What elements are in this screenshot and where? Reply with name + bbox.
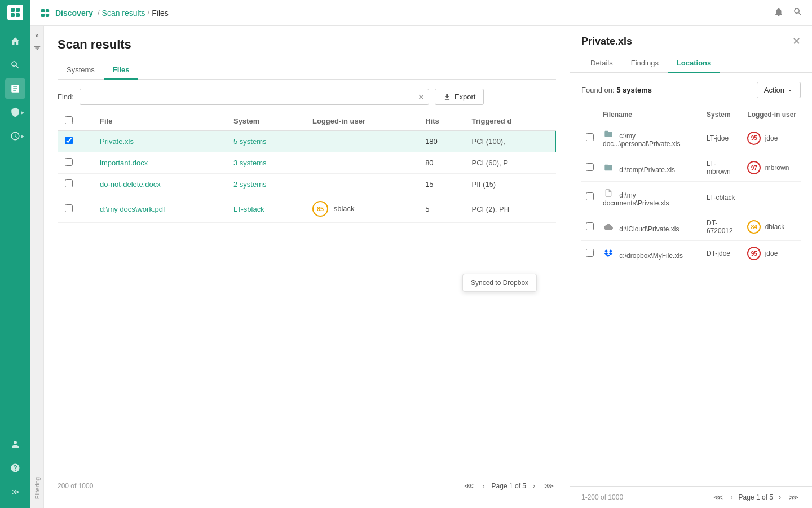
row-logged-user — [306, 152, 418, 174]
row-checkbox[interactable] — [65, 204, 73, 212]
loc-filename: c:\my doc...\personal\Private.xls — [603, 132, 680, 148]
loc-checkbox[interactable] — [586, 133, 594, 141]
found-on-text: Found on: 5 systems — [581, 86, 652, 94]
filter-button[interactable] — [33, 44, 41, 54]
loc-filename: d:\iCloud\Private.xls — [619, 225, 679, 233]
col-file[interactable]: File — [93, 112, 227, 131]
detail-page-last-button[interactable]: ⋙ — [787, 492, 801, 502]
loc-col-user: Logged-in user — [743, 107, 801, 122]
detail-tab-details[interactable]: Details — [581, 54, 622, 73]
page-last-button[interactable]: ⋙ — [542, 481, 556, 491]
sidebar-item-user[interactable] — [5, 434, 25, 454]
col-hits[interactable]: Hits — [418, 112, 465, 131]
sidebar-item-search[interactable] — [5, 55, 25, 75]
loc-system: DT-6720012 — [702, 213, 743, 241]
row-checkbox[interactable] — [65, 137, 73, 144]
row-hits: 180 — [418, 131, 465, 152]
detail-page-prev-button[interactable]: ‹ — [729, 492, 735, 502]
row-checkbox[interactable] — [65, 179, 73, 187]
location-row[interactable]: d:\iCloud\Private.xls DT-6720012 84 dbla… — [581, 213, 801, 241]
col-sort — [80, 112, 93, 131]
clock-chevron: ▶ — [21, 134, 24, 139]
col-logged-user[interactable]: Logged-in user — [306, 112, 418, 131]
detail-tab-findings[interactable]: Findings — [622, 54, 668, 73]
page-info: Page 1 of 5 — [492, 482, 526, 490]
file-link[interactable]: do-not-delete.docx — [100, 180, 161, 189]
files-table: File System Logged-in user Hits Triggere… — [58, 112, 556, 223]
found-on: Found on: 5 systems Action — [581, 82, 801, 98]
table-row[interactable]: do-not-delete.docx 2 systems 15 PII (15) — [58, 174, 556, 195]
row-system: 5 systems — [227, 131, 306, 152]
location-row[interactable]: d:\my documents\Private.xls LT-cblack — [581, 182, 801, 213]
loc-user: jdoe — [765, 134, 778, 142]
export-button[interactable]: Export — [435, 89, 484, 105]
systems-link[interactable]: 5 systems — [233, 137, 267, 146]
file-link[interactable]: d:\my docs\work.pdf — [100, 205, 165, 213]
detail-close-button[interactable]: ✕ — [792, 35, 801, 47]
search-icon[interactable] — [793, 7, 803, 19]
page-first-button[interactable]: ⋘ — [462, 481, 476, 491]
tab-systems[interactable]: Systems — [58, 61, 104, 80]
sidebar-item-help[interactable] — [5, 458, 25, 478]
sidebar-item-home[interactable] — [5, 31, 25, 51]
loc-col-check — [581, 107, 598, 122]
svg-rect-6 — [41, 13, 45, 16]
page-next-button[interactable]: › — [531, 481, 537, 491]
find-input[interactable] — [80, 89, 429, 105]
systems-link[interactable]: LT-sblack — [233, 205, 264, 213]
detail-page-first-button[interactable]: ⋘ — [711, 492, 725, 502]
systems-link[interactable]: 2 systems — [233, 180, 267, 189]
table-row[interactable]: Private.xls 5 systems 180 PCI (100), — [58, 131, 556, 152]
sidebar-item-expand[interactable]: ≫ — [5, 481, 25, 502]
sidebar-item-clock[interactable]: ▶ — [5, 126, 25, 146]
row-system: LT-sblack — [227, 195, 306, 223]
detail-panel: Private.xls ✕ Details Findings Locations… — [570, 26, 812, 508]
col-checkbox — [58, 112, 80, 131]
header: Discovery / Scan results / Files — [30, 0, 812, 26]
loc-checkbox[interactable] — [586, 249, 594, 257]
detail-body: Found on: 5 systems Action Filename Syst… — [570, 73, 812, 486]
loc-score-badge: 95 — [747, 247, 761, 260]
page-title: Scan results — [58, 37, 556, 52]
detail-page-next-button[interactable]: › — [776, 492, 783, 502]
loc-user-cell: 95 jdoe — [743, 122, 801, 154]
app-logo[interactable] — [7, 5, 23, 20]
page-prev-button[interactable]: ‹ — [480, 481, 487, 491]
col-system[interactable]: System — [227, 112, 306, 131]
row-hits: 5 — [418, 195, 465, 223]
detail-tab-locations[interactable]: Locations — [668, 54, 720, 73]
svg-rect-5 — [46, 8, 49, 12]
svg-rect-0 — [11, 8, 15, 12]
header-app-icon — [39, 7, 51, 19]
loc-checkbox[interactable] — [586, 222, 594, 230]
sidebar-item-reports[interactable] — [5, 78, 25, 99]
breadcrumb-scan[interactable]: Scan results — [102, 8, 145, 17]
file-link[interactable]: Private.xls — [100, 137, 134, 146]
row-drag — [80, 152, 93, 174]
select-all-checkbox[interactable] — [65, 116, 73, 124]
locations-table: Filename System Logged-in user — [581, 107, 801, 266]
loc-checkbox[interactable] — [586, 163, 594, 171]
user-name: sblack — [334, 204, 355, 213]
notification-icon[interactable] — [774, 7, 784, 19]
row-checkbox[interactable] — [65, 158, 73, 166]
table-row[interactable]: important.docx 3 systems 80 PCI (60), P — [58, 152, 556, 174]
clear-button[interactable]: ✕ — [418, 93, 425, 102]
loc-system: DT-jdoe — [702, 241, 743, 266]
tab-files[interactable]: Files — [104, 61, 139, 80]
row-triggered: PCI (60), P — [465, 152, 556, 174]
systems-link[interactable]: 3 systems — [233, 159, 267, 167]
collapse-button[interactable]: » — [34, 30, 40, 41]
action-button[interactable]: Action — [757, 82, 801, 98]
row-hits: 15 — [418, 174, 465, 195]
location-row[interactable]: c:\my doc...\personal\Private.xls LT-jdo… — [581, 122, 801, 154]
sidebar-item-shield[interactable]: ▶ — [5, 102, 25, 122]
location-row[interactable]: d:\temp\Private.xls LT-mbrown 97 mbrown — [581, 154, 801, 182]
table-row[interactable]: d:\my docs\work.pdf LT-sblack 85 sblack … — [58, 195, 556, 223]
row-checkbox-cell — [58, 195, 80, 223]
file-link[interactable]: important.docx — [100, 159, 148, 167]
location-row[interactable]: c:\dropbox\MyFile.xls DT-jdoe 95 jdoe — [581, 241, 801, 266]
col-triggered[interactable]: Triggered d — [465, 112, 556, 131]
breadcrumb-sep2: / — [148, 8, 150, 17]
loc-checkbox[interactable] — [586, 192, 594, 200]
